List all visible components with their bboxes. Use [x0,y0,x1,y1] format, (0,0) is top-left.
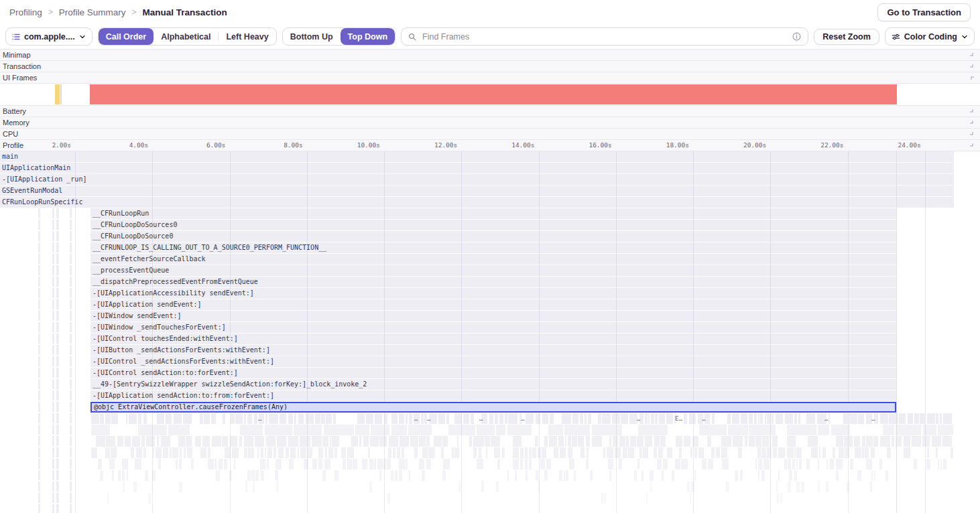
flame-frame-small[interactable] [138,413,141,424]
section-header-memory[interactable]: Memory [0,117,980,129]
flame-frame-small[interactable] [735,470,738,481]
flame-frame-small[interactable] [871,470,873,481]
flame-frame-small[interactable] [554,447,558,458]
flame-frame-small[interactable] [107,493,109,504]
flame-frame-small[interactable] [399,459,405,469]
flame-frame-small[interactable] [265,413,267,424]
flame-frame-small[interactable] [613,436,618,447]
flame-frame-small[interactable] [178,436,185,447]
flame-frame-small[interactable] [280,413,286,424]
flame-stack-column[interactable] [70,208,72,513]
section-header-profile[interactable]: Profile 2.00s4.00s6.00s8.00s10.00s12.00s… [0,140,980,151]
frozen-frame-bar[interactable] [90,84,897,104]
flame-frame-small[interactable] [395,470,397,481]
flame-frame-small[interactable] [639,447,642,458]
flame-frame-small[interactable] [847,482,849,492]
flame-frame-small[interactable] [904,447,910,458]
flame-frame-small[interactable] [667,447,672,458]
flame-frame-small[interactable] [232,447,239,458]
flame-frame-small[interactable] [662,470,664,481]
flame-frame-small[interactable] [615,447,621,458]
flame-frame-small[interactable] [572,436,577,447]
flame-frame-small[interactable] [443,459,450,469]
flame-frame-small[interactable] [726,482,729,492]
flame-frame-small[interactable] [645,436,652,447]
flamegraph-canvas[interactable]: mainUIApplicationMain-[UIApplication _ru… [0,151,980,513]
flame-frame-small[interactable] [273,447,276,458]
flame-frame-small[interactable] [494,447,500,458]
flame-frame-small[interactable] [806,413,815,424]
flame-frame-small[interactable] [334,470,339,481]
flame-frame-small[interactable] [758,459,762,469]
flame-frame-small[interactable] [651,413,654,424]
flame-frame-small[interactable] [383,459,386,469]
flame-frame-small[interactable] [100,470,103,481]
flame-frame-small[interactable] [525,459,528,469]
flame-frame-small[interactable] [399,413,404,424]
flame-frame-small[interactable] [741,413,747,424]
flame-frame-small[interactable] [168,425,190,435]
flame-frame-small[interactable] [650,470,654,481]
flame-frame-small[interactable] [410,436,418,447]
flame-frame-small[interactable] [513,436,522,447]
flame-frame-small[interactable] [520,459,523,469]
flame-frame-small[interactable] [870,482,872,492]
flame-frame-small[interactable] [785,413,793,424]
flame-frame-small[interactable] [773,447,777,458]
flame-frame-small[interactable] [454,413,462,424]
flame-frame-small[interactable] [239,436,242,447]
flame-frame-small[interactable] [857,470,861,481]
flame-frame-small[interactable] [777,493,779,504]
collapse-icon[interactable] [968,62,975,70]
flame-frame-small[interactable] [393,447,395,458]
flame-frame-small[interactable] [819,447,820,458]
flame-frame-small[interactable] [219,459,223,469]
flame-frame-small[interactable] [787,425,816,435]
flame-frame-small[interactable] [143,413,147,424]
flame-frame-small[interactable] [535,436,538,447]
flame-frame-small[interactable] [359,436,361,447]
flame-frame-small[interactable] [873,436,878,447]
flame-frame-small[interactable] [672,470,674,481]
flame-frame-small[interactable] [400,436,409,447]
sort-call-order-button[interactable]: Call Order [99,28,154,45]
flame-frame-small[interactable] [375,413,382,424]
flame-frame-small[interactable] [286,447,289,458]
flame-frame-small[interactable] [347,447,354,458]
flame-frame-small[interactable] [559,470,562,481]
flame-frame-small[interactable] [542,413,548,424]
flame-frame-selected[interactable]: @objc ExtraViewController.causeFrozenFra… [90,402,896,413]
flame-frame-small[interactable] [333,413,336,424]
flame-frame-small[interactable] [223,413,225,424]
flame-frame-small[interactable] [457,436,458,447]
ui-frames-track[interactable] [0,84,980,106]
flame-frame-small[interactable] [135,459,141,469]
flame-frame-small[interactable] [426,459,431,469]
flame-frame-small[interactable] [887,447,891,458]
flame-frame-small[interactable] [146,436,155,447]
flame-frame-small[interactable] [422,470,425,481]
flame-frame[interactable]: -[UIControl touchesEnded:withEvent:] [90,334,896,344]
flame-frame-small[interactable] [914,459,917,469]
flame-frame-small[interactable] [366,413,373,424]
flame-frame-small[interactable] [578,436,584,447]
flame-frame-small[interactable] [542,447,546,458]
flame-frame-small[interactable] [244,436,253,447]
flame-frame-small[interactable] [862,447,864,458]
flame-frame-small[interactable] [247,470,251,481]
flame-frame-small[interactable] [526,413,534,424]
flame-frame-small[interactable] [486,447,487,458]
flame-frame-small[interactable] [811,447,818,458]
flame-frame-small[interactable] [721,447,727,458]
flame-frame-small[interactable] [304,459,308,469]
flame-frame-small[interactable] [722,459,729,469]
flame-frame-small[interactable] [899,413,906,424]
flame-frame-small[interactable] [572,413,578,424]
flame-frame-small[interactable] [261,447,263,458]
reset-zoom-button[interactable]: Reset Zoom [814,29,879,45]
flame-frame-small[interactable] [698,447,704,458]
flame-frame-small[interactable] [98,459,102,469]
flame-frame-small[interactable] [202,436,210,447]
flame-frame-small[interactable] [148,493,151,504]
flame-frame-small[interactable] [829,413,830,424]
